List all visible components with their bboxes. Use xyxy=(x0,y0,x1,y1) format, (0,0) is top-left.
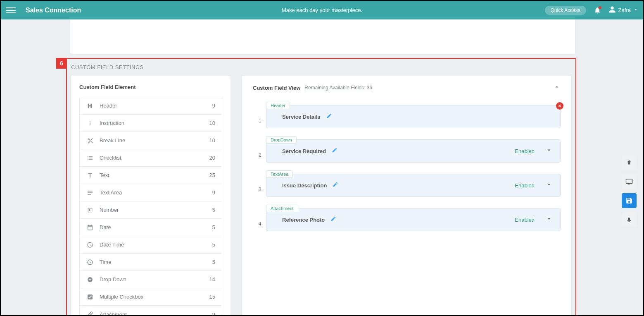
pencil-icon[interactable] xyxy=(332,147,337,155)
element-list: Header9Instruction10Break Line10Checklis… xyxy=(79,97,222,315)
preview-button[interactable] xyxy=(622,174,637,189)
element-count: 9 xyxy=(212,311,215,316)
field-body[interactable]: Service Details xyxy=(266,105,561,128)
menu-icon[interactable] xyxy=(6,5,16,15)
chevron-down-icon[interactable] xyxy=(545,181,553,190)
element-count: 5 xyxy=(212,224,215,230)
field-type-tag: DropDown xyxy=(266,136,297,144)
element-row[interactable]: Date Time5 xyxy=(80,236,222,254)
element-count: 15 xyxy=(209,294,215,300)
element-row[interactable]: Time5 xyxy=(80,254,222,271)
brand-title: Sales Connection xyxy=(26,7,81,14)
field-block: TextArea3.Issue DescriptionEnabled xyxy=(253,170,561,197)
delete-icon[interactable] xyxy=(556,102,563,110)
element-row[interactable]: Checklist20 xyxy=(80,149,222,167)
field-body[interactable]: Service RequiredEnabled xyxy=(266,139,561,163)
notification-bell-icon[interactable] xyxy=(594,7,601,14)
field-status: Enabled xyxy=(515,182,535,189)
element-count: 5 xyxy=(212,259,215,265)
field-name: Service Details xyxy=(282,114,321,120)
element-row[interactable]: Drop Down14 xyxy=(80,271,222,288)
top-bar: Sales Connection Make each day your mast… xyxy=(1,1,643,19)
user-menu[interactable]: Zafra xyxy=(608,6,638,14)
element-row[interactable]: Break Line10 xyxy=(80,132,222,149)
field-type-tag: Attachment xyxy=(266,205,298,212)
element-count: 20 xyxy=(209,155,215,161)
field-block: Header1.Service Details xyxy=(253,101,561,128)
checklist-icon xyxy=(86,155,95,161)
info-icon xyxy=(86,120,95,127)
field-number: 2. xyxy=(253,144,263,158)
element-count: 5 xyxy=(212,207,215,213)
clock-icon xyxy=(86,259,95,266)
upper-card xyxy=(70,19,575,54)
custom-field-view-card: Custom Field View Remaining Available Fi… xyxy=(242,76,571,315)
custom-field-view-title: Custom Field View xyxy=(253,85,300,91)
field-number: 1. xyxy=(253,110,263,124)
element-label: Break Line xyxy=(100,137,125,144)
number-icon xyxy=(86,207,95,213)
element-label: Multiple Checkbox xyxy=(100,294,143,300)
element-count: 25 xyxy=(209,172,215,178)
element-label: Header xyxy=(100,103,117,109)
element-row[interactable]: Date5 xyxy=(80,219,222,236)
element-row[interactable]: Number5 xyxy=(80,201,222,219)
notification-dot-icon xyxy=(599,6,601,9)
custom-field-element-card: Custom Field Element Header9Instruction1… xyxy=(71,76,231,315)
element-row[interactable]: Attachment9 xyxy=(80,306,222,315)
pencil-icon[interactable] xyxy=(326,113,332,120)
element-count: 14 xyxy=(209,276,215,282)
element-row[interactable]: Text Area9 xyxy=(80,184,222,201)
field-status: Enabled xyxy=(515,217,535,223)
scissors-icon xyxy=(86,137,95,144)
element-row[interactable]: Instruction10 xyxy=(80,115,222,132)
section-title: CUSTOM FIELD SETTINGS xyxy=(67,59,575,76)
field-body[interactable]: Issue DescriptionEnabled xyxy=(266,174,561,197)
quick-access-button[interactable]: Quick Access xyxy=(545,6,586,15)
move-up-button[interactable] xyxy=(622,155,637,170)
textarea-icon xyxy=(86,189,95,196)
field-type-tag: Header xyxy=(266,102,290,109)
chevron-down-icon xyxy=(633,7,638,13)
date-icon xyxy=(86,224,95,231)
highlight-box: 6 CUSTOM FIELD SETTINGS Custom Field Ele… xyxy=(66,58,576,315)
floating-toolbar xyxy=(622,155,637,227)
field-block: DropDown2.Service RequiredEnabled xyxy=(253,136,561,163)
remaining-fields-link[interactable]: Remaining Available Fields: 36 xyxy=(304,85,372,91)
element-label: Date xyxy=(100,224,111,230)
checkbox-icon xyxy=(86,294,95,300)
element-row[interactable]: Multiple Checkbox15 xyxy=(80,288,222,306)
element-label: Number xyxy=(100,207,119,213)
clock-icon xyxy=(86,242,95,248)
element-row[interactable]: Text25 xyxy=(80,167,222,184)
custom-field-element-title: Custom Field Element xyxy=(79,84,222,90)
field-name: Service Required xyxy=(282,148,326,154)
element-label: Time xyxy=(100,259,111,265)
user-icon xyxy=(608,6,616,14)
field-type-tag: TextArea xyxy=(266,170,293,178)
field-number: 3. xyxy=(253,178,263,192)
chevron-down-icon[interactable] xyxy=(545,215,553,224)
chevron-down-icon[interactable] xyxy=(545,146,553,156)
workspace: 6 CUSTOM FIELD SETTINGS Custom Field Ele… xyxy=(1,19,643,315)
pencil-icon[interactable] xyxy=(330,216,336,223)
element-label: Checklist xyxy=(100,155,121,161)
field-name: Issue Description xyxy=(282,182,327,189)
save-button[interactable] xyxy=(622,193,637,208)
element-row[interactable]: Header9 xyxy=(80,97,222,115)
move-down-button[interactable] xyxy=(622,212,637,227)
element-count: 10 xyxy=(209,120,215,126)
field-list: Header1.Service DetailsDropDown2.Service… xyxy=(253,101,561,231)
collapse-icon[interactable] xyxy=(553,83,561,92)
dropdown-icon xyxy=(86,276,95,283)
element-label: Date Time xyxy=(100,242,124,248)
field-block: Attachment4.Reference PhotoEnabled xyxy=(253,204,561,231)
attach-icon xyxy=(86,311,95,315)
pencil-icon[interactable] xyxy=(333,182,338,189)
element-count: 10 xyxy=(209,137,215,144)
text-icon xyxy=(86,172,95,179)
element-count: 9 xyxy=(212,103,215,109)
field-number: 4. xyxy=(253,213,263,227)
field-body[interactable]: Reference PhotoEnabled xyxy=(266,208,561,231)
element-label: Attachment xyxy=(100,311,127,316)
